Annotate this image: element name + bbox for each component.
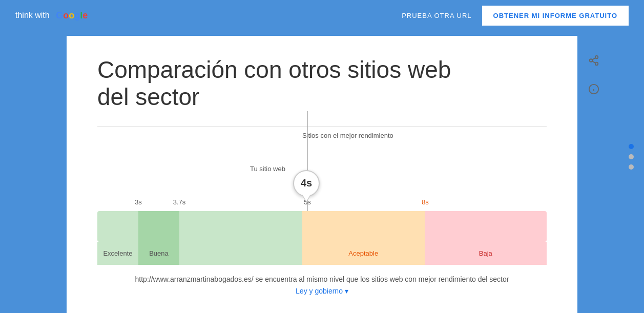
svg-point-1 xyxy=(590,59,593,62)
side-icons xyxy=(585,51,603,98)
cat-excelente: Excelente xyxy=(97,242,138,265)
bar-segment-2 xyxy=(138,211,179,242)
tick-3-7s: 3.7s xyxy=(173,198,186,206)
category-labels: Excelente Buena Aceptable Baja xyxy=(97,242,547,265)
cat-buena: Buena xyxy=(138,242,179,265)
bar-segment-aceptable xyxy=(302,211,425,242)
svg-point-2 xyxy=(595,62,598,66)
cat-buena-space xyxy=(179,242,302,265)
speed-bar-wrapper: 3s 3.7s 5s 8s Excelente Buena xyxy=(97,198,547,265)
logo-think-with: think with xyxy=(15,11,50,20)
marker-value: 4s xyxy=(293,170,320,197)
description-area: http://www.arranzmartinabogados.es/ se e… xyxy=(97,275,547,296)
description-text: http://www.arranzmartinabogados.es/ se e… xyxy=(97,275,547,283)
bar-segment-baja xyxy=(425,211,547,242)
tick-3s: 3s xyxy=(135,198,142,206)
share-button[interactable] xyxy=(585,51,603,70)
info-button[interactable] xyxy=(585,80,603,98)
header: think with Google PRUEBA OTRA URL OBTENE… xyxy=(0,0,644,31)
chart-area: Sitios con el mejor rendimiento Tu sitio… xyxy=(97,132,547,265)
bar-segment-1 xyxy=(97,211,138,242)
nav-dot-3[interactable] xyxy=(629,164,634,170)
svg-line-3 xyxy=(592,61,595,63)
best-performance-label: Sitios con el mejor rendimiento xyxy=(302,132,393,139)
svg-point-0 xyxy=(595,56,598,59)
speed-marker: 4s xyxy=(293,170,320,197)
section-title: Comparación con otros sitios web del sec… xyxy=(97,56,547,111)
cat-aceptable: Aceptable xyxy=(302,242,425,265)
svg-line-4 xyxy=(592,58,595,60)
nav-dot-2[interactable] xyxy=(629,154,634,159)
industry-link[interactable]: Ley y gobierno ▾ xyxy=(296,287,348,295)
logo: think with Google xyxy=(15,10,88,21)
try-url-link[interactable]: PRUEBA OTRA URL xyxy=(402,12,471,19)
logo-google: Google xyxy=(56,10,88,21)
cat-baja: Baja xyxy=(425,242,547,265)
industry-dropdown-icon: ▾ xyxy=(345,287,348,295)
header-right: PRUEBA OTRA URL OBTENER MI INFORME GRATU… xyxy=(402,6,629,26)
speed-bar xyxy=(97,211,547,242)
nav-dot-1[interactable] xyxy=(629,144,634,149)
tick-8s: 8s xyxy=(422,198,429,206)
get-report-header-button[interactable]: OBTENER MI INFORME GRATUITO xyxy=(482,6,629,26)
bar-segment-3 xyxy=(179,211,302,242)
tick-labels: 3s 3.7s 5s 8s xyxy=(97,198,547,211)
nav-dots xyxy=(629,144,634,170)
main-card: Comparación con otros sitios web del sec… xyxy=(67,36,577,313)
